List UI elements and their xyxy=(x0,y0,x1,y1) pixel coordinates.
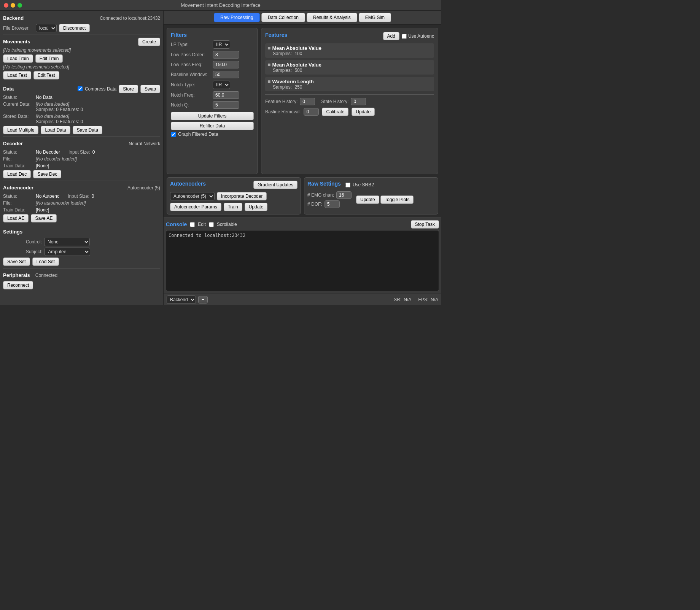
status-label: Status: xyxy=(3,95,33,100)
decoder-input-size-label: Input Size: xyxy=(68,149,90,155)
ae-train-data-label: Train Data: xyxy=(3,207,33,213)
bottom-backend-select[interactable]: Backend xyxy=(167,295,196,304)
save-dec-button[interactable]: Save Dec xyxy=(33,170,61,178)
features-update-button[interactable]: Update xyxy=(352,108,375,116)
raw-update-button[interactable]: Update xyxy=(356,195,379,204)
lp-type-select[interactable]: IIR xyxy=(213,40,230,49)
data-section: Data Compress Data Store Swap Status: No… xyxy=(3,84,160,134)
tab-data-collection[interactable]: Data Collection xyxy=(261,13,305,22)
minimize-button[interactable] xyxy=(11,3,15,8)
save-data-button[interactable]: Save Data xyxy=(73,126,102,134)
use-autoenc-checkbox[interactable] xyxy=(402,34,407,39)
load-ae-button[interactable]: Load AE xyxy=(3,214,29,222)
notch-type-select[interactable]: IIR xyxy=(213,81,230,89)
feature-item-1: ■ Mean Absolute Value Samples: 500 xyxy=(265,60,434,75)
calibrate-button[interactable]: Calibrate xyxy=(322,108,348,116)
store-button[interactable]: Store xyxy=(119,85,138,93)
incorporate-decoder-button[interactable]: Incorporate Decoder xyxy=(217,192,267,200)
console-text: Connected to localhost:23432 xyxy=(169,233,245,238)
create-button[interactable]: Create xyxy=(138,38,160,46)
refilter-data-button[interactable]: Refilter Data xyxy=(171,122,254,130)
ae-selector[interactable]: Autoencoder (5) xyxy=(170,192,215,200)
decoder-header-row: Decoder Neural Network xyxy=(3,139,160,148)
control-label: Control: xyxy=(26,239,42,245)
load-data-button[interactable]: Load Data xyxy=(41,126,70,134)
update-filters-button[interactable]: Update Filters xyxy=(171,112,254,120)
ae-update-button[interactable]: Update xyxy=(245,203,268,211)
console-scrollable-checkbox[interactable] xyxy=(209,222,214,227)
filter-action-buttons: Update Filters Refilter Data Graph Filte… xyxy=(171,112,254,137)
close-button[interactable] xyxy=(4,3,8,8)
ae-file-label: File: xyxy=(3,200,33,206)
load-dec-button[interactable]: Load Dec xyxy=(3,170,31,178)
decoder-type: Neural Network xyxy=(129,141,160,146)
maximize-button[interactable] xyxy=(18,3,22,8)
notch-freq-row: Notch Freq: xyxy=(171,91,254,99)
feature-history-input[interactable] xyxy=(300,98,315,105)
baseline-window-input[interactable] xyxy=(213,71,239,78)
emg-chan-input[interactable] xyxy=(336,191,352,199)
load-test-button[interactable]: Load Test xyxy=(3,71,31,79)
feature-0-name: Mean Absolute Value xyxy=(272,45,321,51)
console-edit-checkbox[interactable] xyxy=(190,222,195,227)
add-backend-button[interactable]: + xyxy=(198,296,208,303)
notch-freq-label: Notch Freq: xyxy=(171,92,213,98)
notch-freq-input[interactable] xyxy=(213,91,239,99)
tab-results-analysis[interactable]: Results & Analysis xyxy=(307,13,357,22)
low-pass-freq-input[interactable] xyxy=(213,61,239,68)
edit-train-button[interactable]: Edit Train xyxy=(35,54,63,63)
use-srb2-checkbox[interactable] xyxy=(345,183,350,187)
decoder-section: Decoder Neural Network Status: No Decode… xyxy=(3,139,160,178)
reconnect-button[interactable]: Reconnect xyxy=(3,281,33,289)
ae-train-button[interactable]: Train xyxy=(224,203,242,211)
toggle-plots-button[interactable]: Toggle Plots xyxy=(380,195,414,204)
tab-emg-sim[interactable]: EMG Sim xyxy=(359,13,391,22)
ae-file-row: File: [No autoencoder loaded] xyxy=(3,200,160,206)
decoder-file-label: File: xyxy=(3,156,33,162)
low-pass-order-input[interactable] xyxy=(213,51,239,59)
features-header-row: Features Add Use Autoenc xyxy=(265,32,434,40)
add-feature-button[interactable]: Add xyxy=(383,32,399,40)
swap-button[interactable]: Swap xyxy=(140,85,160,93)
features-bottom-controls: Feature History: State History: Basline … xyxy=(265,94,434,116)
decoder-train-data-value: [None] xyxy=(36,163,49,168)
settings-header-row: Settings xyxy=(3,227,160,236)
control-select[interactable]: None xyxy=(44,238,90,246)
decoder-train-data-label: Train Data: xyxy=(3,163,33,168)
graph-filtered-row: Graph Filtered Data xyxy=(171,132,254,137)
baseline-removal-input[interactable] xyxy=(304,108,319,116)
divider-4 xyxy=(3,181,160,181)
console-toolbar: Console Edit Scrollable Stop Task xyxy=(166,220,439,229)
subject-select[interactable]: Amputee xyxy=(45,248,90,256)
feature-1-samples-row: Samples: 500 xyxy=(273,68,432,73)
autoencoder-params-button[interactable]: Autoencoder Params xyxy=(170,203,221,211)
feature-1-minus[interactable]: ■ xyxy=(267,62,270,68)
backend-header: Backend xyxy=(3,15,24,21)
feature-2-minus[interactable]: ■ xyxy=(267,78,270,84)
feature-0-minus[interactable]: ■ xyxy=(267,45,270,51)
disconnect-button[interactable]: Disconnect xyxy=(59,24,90,32)
notch-type-label: Notch Type: xyxy=(171,82,213,87)
decoder-status-value: No Decoder xyxy=(36,149,60,155)
no-train-text: [No training movements selected] xyxy=(3,48,160,53)
notch-q-input[interactable] xyxy=(213,101,239,109)
current-data-line2: Samples: 0 Features: 0 xyxy=(36,107,83,112)
gradient-updates-button[interactable]: Gradient Updates xyxy=(253,181,298,189)
graph-filtered-checkbox[interactable] xyxy=(171,132,176,137)
load-multiple-button[interactable]: Load Multiple xyxy=(3,126,38,134)
stop-task-button[interactable]: Stop Task xyxy=(411,220,439,229)
raw-settings-box: Raw Settings Use SRB2 # EMG chan: xyxy=(304,177,438,214)
filters-box: Filters LP Type: IIR Low Pass Order: Low… xyxy=(167,28,258,174)
load-train-button[interactable]: Load Train xyxy=(3,54,33,63)
save-ae-button[interactable]: Save AE xyxy=(31,214,57,222)
low-pass-freq-row: Low Pass Freq: xyxy=(171,61,254,68)
tab-raw-processing[interactable]: Raw Processing xyxy=(214,13,260,22)
edit-test-button[interactable]: Edit Test xyxy=(33,71,59,79)
load-set-button[interactable]: Load Set xyxy=(32,257,59,266)
state-history-input[interactable] xyxy=(351,98,366,105)
save-set-button[interactable]: Save Set xyxy=(3,257,30,266)
file-browser-select[interactable]: local xyxy=(36,24,57,32)
dof-input[interactable] xyxy=(325,200,340,208)
compress-data-checkbox[interactable] xyxy=(78,86,83,91)
current-data-line1: [No data loaded] xyxy=(36,102,83,107)
